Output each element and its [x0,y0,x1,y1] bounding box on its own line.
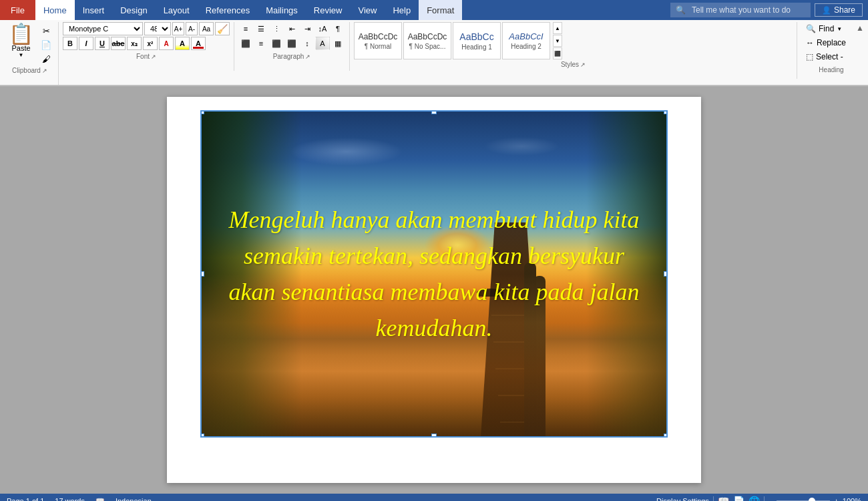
paragraph-group: ≡ ☰ ⋮ ⇤ ⇥ ↕A ¶ ⬛ ≡ ⬛ ⬛ ↕ A ▦ [234,22,350,71]
read-mode-icon[interactable]: 📖 [718,496,729,501]
clipboard-expand[interactable]: ↗ [42,67,47,74]
italic-button[interactable]: I [79,37,93,50]
font-size-select[interactable]: 48 [144,22,171,35]
document-area: Mengeluh hanya akan membuat hidup kita s… [0,86,868,494]
resize-handle-botleft[interactable] [200,434,204,438]
find-button[interactable]: 🔍 Find ▼ [801,22,861,35]
font-color-button[interactable]: A [191,37,206,50]
format-menu[interactable]: Format [419,0,462,20]
styles-down-button[interactable]: ▼ [553,35,562,47]
resize-handle-midright[interactable] [664,271,668,277]
style-heading2[interactable]: AaBbCcI Heading 2 [502,22,550,59]
change-case-button[interactable]: Aa [199,22,214,35]
style-normal[interactable]: AaBbCcDc ¶ Normal [354,22,402,59]
font-decrease-button[interactable]: A- [186,22,198,35]
style-no-space[interactable]: AaBbCcDc ¶ No Spac... [403,22,451,59]
resize-handle-topright[interactable] [664,110,668,114]
collapse-ribbon-button[interactable]: ▲ [855,23,865,33]
align-left-button[interactable]: ⬛ [238,37,253,50]
search-icon: 🔍 [676,5,686,15]
design-menu[interactable]: Design [112,0,155,20]
zoom-out-button[interactable]: − [769,497,773,501]
align-right-button[interactable]: ⬛ [269,37,284,50]
font-increase-button[interactable]: A+ [172,22,184,35]
increase-indent-button[interactable]: ⇥ [300,22,314,35]
paragraph-row-2: ⬛ ≡ ⬛ ⬛ ↕ A ▦ [238,37,345,50]
line-spacing-button[interactable]: ↕ [300,37,314,50]
multilevel-button[interactable]: ⋮ [269,22,284,35]
cut-button[interactable]: ✂ [38,24,54,37]
paragraph-row-1: ≡ ☰ ⋮ ⇤ ⇥ ↕A ¶ [238,22,345,35]
editing-controls: 🔍 Find ▼ ↔ Replace ⬚ Select - [801,22,861,63]
style-heading1[interactable]: AaBbCc Heading 1 [453,22,501,59]
search-input[interactable] [692,5,805,15]
clipboard-label: Clipboard ↗ [5,67,54,74]
file-menu[interactable]: File [0,0,35,20]
clear-formatting-button[interactable]: 🧹 [215,22,230,35]
status-divider-2 [764,496,765,501]
zoom-in-button[interactable]: + [834,497,838,501]
styles-group: AaBbCcDc ¶ Normal AaBbCcDc ¶ No Spac... … [350,22,797,79]
paste-button[interactable]: 📋 Paste ▼ [5,22,37,60]
styles-more-button[interactable]: ⬛ [553,47,562,59]
underline-button[interactable]: U [95,37,110,50]
home-menu[interactable]: Home [35,0,75,20]
justify-button[interactable]: ⬛ [284,37,299,50]
resize-handle-botmid[interactable] [431,434,437,438]
format-painter-button[interactable]: 🖌 [38,52,54,65]
sort-button[interactable]: ↕A [315,22,330,35]
menu-bar-right: 🔍 👤 Share [670,0,868,20]
styles-up-button[interactable]: ▲ [553,22,562,34]
help-menu[interactable]: Help [385,0,419,20]
document-image[interactable]: Mengeluh hanya akan membuat hidup kita s… [200,110,668,438]
font-name-select[interactable]: Monotype C [63,22,143,35]
print-layout-icon[interactable]: 📄 [733,496,744,501]
decrease-indent-button[interactable]: ⇤ [284,22,299,35]
search-box[interactable]: 🔍 [670,3,811,17]
text-effects-button[interactable]: A [159,37,174,50]
mailings-menu[interactable]: Mailings [258,0,306,20]
replace-button[interactable]: ↔ Replace [801,36,861,49]
web-layout-icon[interactable]: 🌐 [748,496,760,501]
editing-label: Heading [801,66,861,73]
borders-button[interactable]: ▦ [331,37,345,50]
select-button[interactable]: ⬚ Select - [801,50,861,63]
superscript-button[interactable]: x² [143,37,158,50]
review-menu[interactable]: Review [306,0,351,20]
resize-handle-topleft[interactable] [200,110,204,114]
resize-handle-midleft[interactable] [200,271,204,277]
view-menu[interactable]: View [350,0,385,20]
show-formatting-button[interactable]: ¶ [331,22,345,35]
styles-expand[interactable]: ↗ [580,61,586,68]
layout-menu[interactable]: Layout [156,0,198,20]
numbering-button[interactable]: ☰ [254,22,268,35]
bullets-button[interactable]: ≡ [238,22,253,35]
shading-button[interactable]: A [315,37,330,50]
display-settings[interactable]: Display Settings [656,497,709,501]
strikethrough-button[interactable]: abc [111,37,126,50]
subscript-button[interactable]: x₂ [127,37,142,50]
find-arrow: ▼ [837,26,842,32]
share-button[interactable]: 👤 Share [815,3,863,17]
resize-handle-topmid[interactable] [431,110,437,114]
quote-text: Mengeluh hanya akan membuat hidup kita s… [228,202,640,346]
paragraph-expand[interactable]: ↗ [305,53,310,60]
copy-button[interactable]: 📄 [38,38,54,51]
style-h1-label: Heading 1 [461,43,492,51]
references-menu[interactable]: References [198,0,258,20]
word-count: 17 words [55,497,85,501]
paste-arrow: ▼ [19,52,24,58]
insert-menu[interactable]: Insert [75,0,113,20]
bold-button[interactable]: B [63,37,77,50]
status-bar-right: Display Settings 📖 📄 🌐 − + 100% [656,496,861,501]
font-expand[interactable]: ↗ [151,53,156,60]
document-page: Mengeluh hanya akan membuat hidup kita s… [167,97,701,483]
text-highlight-button[interactable]: A [175,37,190,50]
ribbon-groups: 📋 Paste ▼ ✂ 📄 🖌 Clipboard ↗ [3,22,865,85]
align-center-button[interactable]: ≡ [254,37,268,50]
font-row-1: Monotype C 48 A+ A- Aa 🧹 [63,22,230,35]
style-nospace-label: ¶ No Spac... [409,43,446,50]
paste-icon: 📋 [9,24,33,44]
style-h2-preview: AaBbCcI [509,31,543,41]
resize-handle-botright[interactable] [664,434,668,438]
